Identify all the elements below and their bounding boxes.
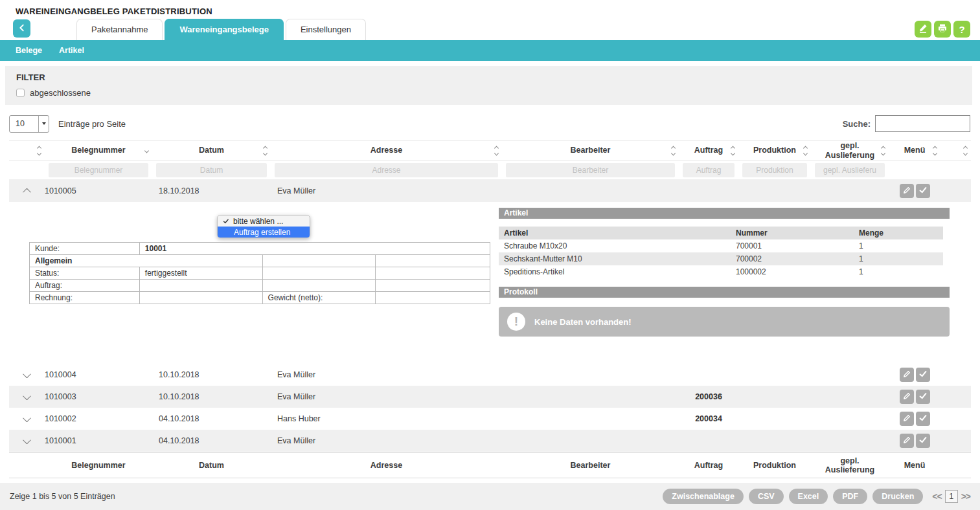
chevron-left-icon: [17, 23, 27, 34]
select-caret-icon: [38, 116, 49, 132]
header-gepl-auslieferung[interactable]: gepl. Auslieferung: [811, 141, 889, 160]
sort-icon[interactable]: [672, 146, 675, 155]
row-edit-button[interactable]: [900, 390, 914, 404]
check-icon: [918, 414, 928, 425]
excel-button[interactable]: Excel: [789, 489, 828, 504]
menu-item-bitte-waehlen[interactable]: bitte wählen ...: [218, 216, 310, 227]
filter-adresse-input[interactable]: [275, 163, 498, 177]
page-size-select[interactable]: 10: [9, 115, 49, 133]
table-row[interactable]: 1010003 10.10.2018 Eva Müller 200036: [9, 386, 971, 408]
sort-icon[interactable]: [964, 146, 967, 155]
header-adresse[interactable]: Adresse: [271, 141, 502, 160]
row-edit-button[interactable]: [900, 412, 914, 426]
current-page[interactable]: 1: [945, 490, 958, 503]
filter-produktion-input[interactable]: [742, 163, 807, 177]
checkbox-abgeschlossene[interactable]: [16, 89, 25, 97]
next-page-button[interactable]: >>: [961, 491, 970, 502]
sort-icon[interactable]: [495, 146, 498, 155]
row-confirm-button[interactable]: [916, 368, 930, 382]
search-input[interactable]: [875, 115, 970, 132]
sort-icon[interactable]: [933, 146, 937, 155]
csv-button[interactable]: CSV: [749, 489, 784, 504]
tab-wareneingangsbelege[interactable]: Wareneingangsbelege: [165, 19, 284, 40]
tab-paketannahme[interactable]: Paketannahme: [76, 19, 163, 40]
sort-icon[interactable]: [264, 146, 267, 155]
pencil-icon: [902, 370, 911, 381]
printer-icon: [937, 23, 948, 36]
chevron-down-icon[interactable]: [23, 438, 31, 444]
row-confirm-button[interactable]: [916, 184, 930, 198]
footer-datum: Datum: [152, 453, 271, 478]
toolbar: ?: [915, 21, 970, 38]
tab-einstellungen[interactable]: Einstellungen: [286, 19, 366, 40]
header-menu[interactable]: Menü: [889, 141, 940, 160]
filter-abgeschlossene[interactable]: abgeschlossene: [16, 88, 972, 98]
row-confirm-button[interactable]: [916, 390, 930, 404]
filter-belegnummer-input[interactable]: [49, 163, 148, 177]
clipboard-button[interactable]: Zwischenablage: [663, 489, 744, 504]
filter-auftrag-input[interactable]: [683, 163, 735, 177]
sort-icon[interactable]: [731, 146, 735, 155]
print-button[interactable]: [934, 21, 951, 38]
header-bearbeiter[interactable]: Bearbeiter: [502, 141, 679, 160]
row-edit-button[interactable]: [900, 368, 914, 382]
help-button[interactable]: ?: [953, 21, 970, 38]
footer-adresse: Adresse: [271, 453, 502, 478]
tab-bar: Paketannahme Wareneingangsbelege Einstel…: [0, 19, 980, 40]
filter-gepl-auslieferung-input[interactable]: [815, 163, 885, 177]
chevron-down-icon[interactable]: [23, 416, 31, 422]
header-datum[interactable]: Datum: [152, 141, 271, 160]
print-list-button[interactable]: Drucken: [872, 489, 923, 504]
cell-datum: 18.10.2018: [152, 186, 271, 195]
filter-datum-input[interactable]: [156, 163, 267, 177]
pencil-icon: [902, 436, 911, 447]
chevron-down-icon[interactable]: [23, 372, 31, 378]
status-label: Status:: [30, 267, 140, 280]
table-row[interactable]: 1010002 04.10.2018 Hans Huber 200034: [9, 408, 971, 430]
pdf-button[interactable]: PDF: [833, 489, 867, 504]
search-label: Suche:: [843, 119, 871, 129]
row-edit-button[interactable]: [900, 434, 914, 448]
subnav-item-belege[interactable]: Belege: [16, 46, 42, 55]
no-data-alert: ! Keine Daten vorhanden!: [499, 307, 950, 337]
header-expand[interactable]: [9, 141, 45, 160]
filter-bearbeiter-input[interactable]: [506, 163, 675, 177]
footer-produktion: Produktion: [738, 453, 811, 478]
check-icon: [223, 218, 229, 225]
auftrag-label: Auftrag:: [30, 280, 140, 292]
menu-item-auftrag-erstellen[interactable]: Auftrag erstellen: [218, 227, 310, 238]
prev-page-button[interactable]: <<: [932, 491, 941, 502]
edit-button[interactable]: [915, 21, 931, 38]
back-button[interactable]: [13, 19, 30, 38]
sort-icon[interactable]: [882, 146, 885, 155]
subnav: Belege Artikel: [0, 40, 980, 61]
header-auftrag[interactable]: Auftrag: [679, 141, 738, 160]
no-data-message: Keine Daten vorhanden!: [534, 317, 632, 327]
table-row[interactable]: 1010001 04.10.2018 Eva Müller: [9, 430, 971, 452]
table-row[interactable]: 1010004 10.10.2018 Eva Müller: [9, 364, 971, 386]
sort-icon[interactable]: [38, 146, 41, 155]
table-row[interactable]: 1010005 18.10.2018 Eva Müller: [9, 180, 971, 202]
header-produktion[interactable]: Produktion: [738, 141, 811, 160]
footer-gepl-auslieferung: gepl. Auslieferung: [811, 453, 889, 478]
sort-icon[interactable]: [804, 146, 807, 155]
entries-info: Zeige 1 bis 5 von 5 Einträgen: [10, 492, 115, 501]
page-title: WAREINEINGANGBELEG PAKETDISTRIBUTION: [0, 0, 980, 19]
section-allgemein: Allgemein: [30, 255, 263, 267]
header-belegnummer[interactable]: Belegnummer: [45, 141, 152, 160]
row-edit-button[interactable]: [900, 184, 914, 198]
row-confirm-button[interactable]: [916, 412, 930, 426]
artikel-table: Artikel Nummer Menge Schraube M10x20 700…: [499, 227, 943, 278]
chevron-up-icon[interactable]: [23, 188, 31, 194]
chevron-down-icon[interactable]: [23, 394, 31, 400]
cell-belegnummer: 1010001: [45, 436, 152, 445]
footer-menu: Menü: [889, 453, 940, 478]
row-confirm-button[interactable]: [916, 434, 930, 448]
cell-adresse: Eva Müller: [271, 436, 502, 445]
cell-auftrag: 200036: [679, 392, 738, 401]
sort-desc-icon[interactable]: [145, 149, 148, 152]
question-mark-icon: ?: [959, 24, 964, 35]
row-detail-panel: bitte wählen ... Auftrag erstellen Kunde…: [9, 202, 971, 364]
header-extra[interactable]: [940, 141, 971, 160]
subnav-item-artikel[interactable]: Artikel: [59, 46, 84, 55]
